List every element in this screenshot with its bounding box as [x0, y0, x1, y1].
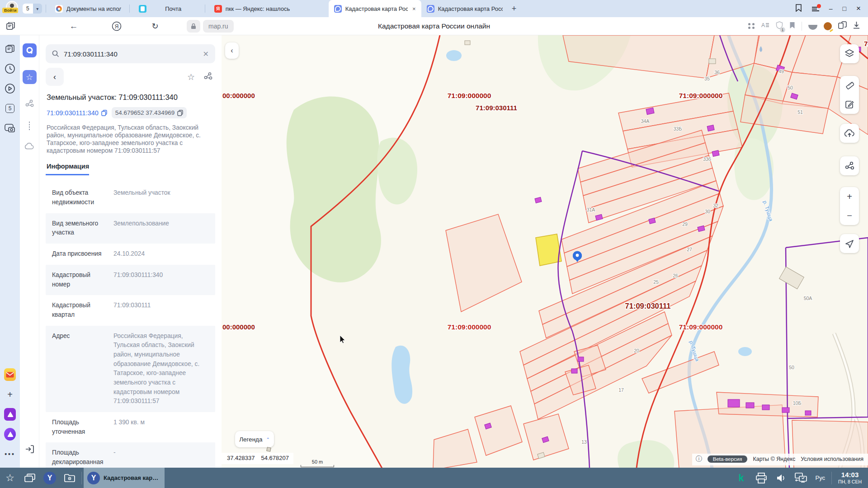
- selected-parcel[interactable]: [536, 234, 561, 266]
- coordinates-badge[interactable]: 54.679652 37.434969: [112, 107, 187, 118]
- parcel-number-label: 50А: [804, 296, 812, 301]
- kaspersky-tray-icon[interactable]: k: [731, 468, 751, 488]
- row-label: Дата присвоения: [52, 249, 105, 259]
- row-label: Площадь уточненная: [52, 418, 105, 436]
- purple-app-icon[interactable]: [4, 408, 16, 420]
- profile-button[interactable]: Войти: [0, 0, 21, 17]
- bookmark-panel-icon[interactable]: [795, 4, 802, 14]
- share-object-icon[interactable]: [204, 72, 212, 82]
- minimize-button[interactable]: –: [829, 5, 833, 12]
- browser-menu-icon[interactable]: [812, 6, 819, 11]
- legend-button[interactable]: Легенда⌃: [235, 431, 274, 447]
- beta-badge[interactable]: Beta-версия: [708, 455, 748, 463]
- terms-link[interactable]: Условия использования: [801, 456, 863, 462]
- tab-count[interactable]: 5: [23, 4, 33, 14]
- alice-icon[interactable]: [808, 25, 817, 30]
- search-input[interactable]: [64, 50, 198, 58]
- share-map-button[interactable]: [840, 156, 859, 175]
- panel-back-button[interactable]: ‹: [46, 68, 64, 86]
- display-sync-tray-icon[interactable]: [791, 468, 811, 488]
- zoom-in-button[interactable]: +: [840, 187, 859, 206]
- history-clock-icon[interactable]: [4, 63, 16, 75]
- reader-mode-icon[interactable]: A: [761, 22, 769, 31]
- row-value: 24.10.2024: [113, 249, 209, 259]
- downloads-icon[interactable]: [853, 21, 860, 31]
- yandex-services-icon[interactable]: Я: [110, 19, 123, 33]
- cloud-icon[interactable]: [24, 143, 34, 151]
- map-canvas[interactable]: 00:00000071:09:00000071:09:03011171:09:0…: [222, 35, 868, 468]
- tab-counter-icon[interactable]: 5: [4, 103, 16, 114]
- active-task-button[interactable]: Y Кадастровая кар…: [84, 468, 165, 488]
- collapse-panel-button[interactable]: ‹: [225, 42, 239, 59]
- tab-mail[interactable]: Почта: [133, 0, 201, 17]
- screenshot-camera-icon[interactable]: [4, 122, 16, 134]
- ruler-button[interactable]: [840, 76, 859, 95]
- clear-search-icon[interactable]: ✕: [203, 50, 209, 58]
- cadastral-map[interactable]: 00:00000071:09:00000071:09:03011171:09:0…: [222, 35, 868, 468]
- map-app-logo-icon[interactable]: [23, 43, 37, 57]
- search-box[interactable]: ✕: [46, 44, 215, 63]
- upload-button[interactable]: [840, 124, 859, 143]
- info-icon[interactable]: ⓘ: [696, 455, 702, 463]
- tab-count-button[interactable]: 5 ▾: [23, 4, 42, 14]
- taskbar-yandex-browser-icon[interactable]: Y: [40, 468, 60, 488]
- volume-tray-icon[interactable]: [771, 468, 791, 488]
- chevron-down-icon[interactable]: ▾: [33, 4, 42, 14]
- tab-information[interactable]: Информация: [46, 163, 89, 175]
- zoom-out-button[interactable]: −: [840, 206, 859, 225]
- reload-icon[interactable]: ↻: [148, 19, 162, 33]
- tabs-sync-icon[interactable]: [838, 21, 847, 31]
- bookmark-flag-icon[interactable]: [789, 22, 795, 31]
- close-window-button[interactable]: ×: [856, 4, 861, 13]
- row-value: -: [113, 448, 209, 467]
- profile-avatar-icon[interactable]: [824, 22, 832, 30]
- sidebar-tabs-icon[interactable]: [4, 43, 16, 55]
- draw-edit-button[interactable]: [840, 95, 859, 114]
- info-table: Вид объекта недвижимостиЗемельный участо…: [46, 183, 215, 488]
- collapse-sidebar-icon[interactable]: [25, 445, 34, 455]
- printer-tray-icon[interactable]: [751, 468, 771, 488]
- share-nodes-icon[interactable]: [25, 99, 34, 109]
- tab-documents[interactable]: Документы на исполнен: [50, 0, 126, 17]
- parcel-number-label: 13: [581, 439, 587, 445]
- maps-copyright: Карты © Яндекс: [753, 456, 795, 462]
- taskbar-windows-icon[interactable]: [20, 468, 40, 488]
- maximize-button[interactable]: □: [843, 5, 846, 12]
- yandex-mail-icon[interactable]: [4, 369, 16, 380]
- copy-icon[interactable]: [101, 110, 107, 116]
- tab-cadastral-map-active[interactable]: Кадастровая карта Рос ×: [329, 0, 421, 17]
- favorites-star-button[interactable]: ☆: [23, 70, 37, 84]
- new-tab-button[interactable]: +: [507, 4, 521, 14]
- tab-yandex-search[interactable]: Я пкк — Яндекс: нашлось: [209, 0, 329, 17]
- back-icon[interactable]: ←: [67, 19, 80, 33]
- taskbar-star-icon[interactable]: ☆: [0, 468, 20, 488]
- tabs-panel-icon[interactable]: [4, 19, 17, 33]
- copy-icon[interactable]: [177, 110, 183, 116]
- layers-button[interactable]: [840, 44, 859, 63]
- more-apps-icon[interactable]: •••: [4, 448, 16, 460]
- cadastral-number-link[interactable]: 71:09:030111:340: [47, 109, 107, 117]
- table-row: Площадь уточненная1 390 кв. м: [46, 412, 215, 442]
- favorite-object-icon[interactable]: ☆: [187, 72, 195, 82]
- alice-app-icon[interactable]: [4, 428, 16, 440]
- close-tab-icon[interactable]: ×: [411, 5, 417, 12]
- measure-edit-group: [840, 76, 859, 114]
- add-shortcut-icon[interactable]: +: [4, 389, 16, 400]
- clock[interactable]: 14:03 ПН, 8 СЕН: [838, 471, 862, 485]
- language-indicator[interactable]: Рус: [816, 474, 826, 481]
- parcel-number-label: 51: [797, 109, 803, 115]
- quarter-label: 00:000000: [222, 323, 255, 331]
- video-play-icon[interactable]: [4, 83, 16, 94]
- scale-reference-icon: [266, 447, 271, 452]
- tab-cadastral-map-2[interactable]: Кадастровая карта Росс: [421, 0, 507, 17]
- locate-button[interactable]: [840, 234, 859, 253]
- area-select-icon[interactable]: [29, 122, 30, 130]
- address-bar[interactable]: map.ru: [203, 20, 234, 33]
- parcel-number-label: 33Б: [674, 126, 682, 131]
- lock-icon[interactable]: [187, 20, 200, 33]
- extensions-grid-icon[interactable]: [748, 23, 755, 29]
- login-badge[interactable]: Войти: [2, 8, 18, 13]
- screen: Войти 5 ▾ Документы на исполнен Почта Я …: [0, 0, 868, 488]
- taskbar-folder-icon[interactable]: [60, 468, 80, 488]
- protect-shield-icon[interactable]: 1: [776, 21, 783, 31]
